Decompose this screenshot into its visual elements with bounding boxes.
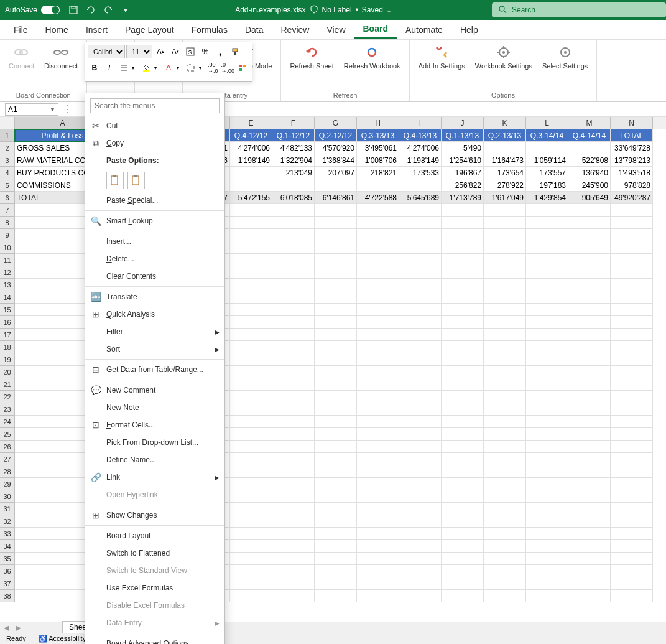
menu-item-smart-lookup[interactable]: 🔍Smart Lookup [85,212,224,230]
autosave-toggle[interactable]: AutoSave [0,6,65,14]
cell[interactable] [526,441,568,453]
row-header-35[interactable]: 35 [0,553,15,565]
cell[interactable] [315,229,357,241]
cell[interactable] [357,453,399,465]
cell[interactable] [611,465,653,478]
cell[interactable] [484,291,526,304]
row-header-38[interactable]: 38 [0,590,15,602]
cell[interactable] [442,291,484,304]
nav-next-icon[interactable]: ▸ [12,622,25,633]
cell[interactable] [315,204,357,217]
cell[interactable] [568,490,611,503]
col-header-L[interactable]: L [526,117,568,129]
cell[interactable] [230,378,272,391]
cell[interactable] [272,341,315,353]
cell[interactable] [611,304,653,316]
cell[interactable] [611,478,653,490]
cell[interactable] [526,329,568,341]
cell[interactable] [272,241,315,254]
cell[interactable]: 6'146'861 [315,192,357,204]
cell[interactable] [399,366,442,378]
nav-prev-icon[interactable]: ◂ [0,622,12,633]
cell[interactable] [315,503,357,515]
cell[interactable] [568,428,611,441]
col-header-G[interactable]: G [315,117,357,129]
row-header-33[interactable]: 33 [0,528,15,540]
cell[interactable] [484,341,526,353]
cell[interactable] [484,279,526,291]
cell[interactable] [399,428,442,441]
cell[interactable] [272,428,315,441]
cell[interactable] [315,266,357,279]
cell[interactable] [611,577,653,590]
row-header-20[interactable]: 20 [0,366,15,378]
cell[interactable] [568,577,611,590]
cell[interactable] [315,279,357,291]
redo-icon[interactable] [102,4,114,16]
cell[interactable] [230,553,272,565]
cell[interactable]: 197'183 [526,179,568,192]
col-header-H[interactable]: H [357,117,399,129]
cell[interactable] [568,254,611,266]
menu-item-new-note[interactable]: New Note [85,399,224,416]
menu-item-copy[interactable]: ⧉Copy [85,134,224,152]
cell[interactable] [399,553,442,565]
cell[interactable] [484,553,526,565]
cell[interactable] [272,416,315,428]
cell[interactable]: Q.3-14/14 [526,129,568,142]
cell[interactable] [230,465,272,478]
cell[interactable] [611,565,653,577]
cell[interactable] [611,490,653,503]
cell[interactable]: 256'822 [442,179,484,192]
cell[interactable] [357,266,399,279]
cell[interactable] [230,441,272,453]
cell[interactable] [272,316,315,329]
cell[interactable] [272,590,315,602]
cell[interactable] [357,465,399,478]
cell[interactable] [442,391,484,403]
row-header-31[interactable]: 31 [0,503,15,515]
cell[interactable] [230,341,272,353]
row-header-30[interactable]: 30 [0,490,15,503]
cell[interactable] [484,241,526,254]
disconnect-button[interactable]: Disconnect [40,42,81,72]
cell[interactable] [315,577,357,590]
cell[interactable] [484,217,526,229]
cell[interactable] [315,403,357,416]
conditional-format-icon[interactable] [236,61,249,75]
tab-help[interactable]: Help [451,21,487,39]
cell[interactable] [399,540,442,553]
cell[interactable] [526,577,568,590]
menu-item-format-cells[interactable]: ⊡Format Cells... [85,416,224,434]
cell[interactable] [442,503,484,515]
cell[interactable] [399,254,442,266]
cell[interactable] [230,540,272,553]
bold-icon[interactable]: B [88,61,101,75]
cell[interactable] [526,204,568,217]
menu-item-sort[interactable]: Sort▶ [85,340,224,358]
col-header-K[interactable]: K [484,117,526,129]
cell[interactable] [611,540,653,553]
cell[interactable] [357,565,399,577]
cell[interactable]: 1'059'114 [526,154,568,167]
cell[interactable]: 4'722'588 [357,192,399,204]
cell[interactable] [442,528,484,540]
cell[interactable]: 1'493'518 [611,167,653,179]
cell[interactable]: 207'097 [315,167,357,179]
cell[interactable] [611,453,653,465]
cell[interactable] [611,553,653,565]
cell[interactable] [442,378,484,391]
cell[interactable] [230,416,272,428]
cell[interactable] [230,304,272,316]
cell[interactable] [272,304,315,316]
row-header-13[interactable]: 13 [0,279,15,291]
row-header-6[interactable]: 6 [0,192,15,204]
cell[interactable]: 905'649 [568,192,611,204]
cell[interactable] [526,254,568,266]
cell[interactable]: 136'940 [568,167,611,179]
cell[interactable] [230,179,272,192]
cell[interactable] [442,316,484,329]
cell[interactable]: Q.1-12/12 [272,129,315,142]
cell[interactable]: 4'274'006 [399,142,442,154]
tab-insert[interactable]: Insert [77,21,116,39]
